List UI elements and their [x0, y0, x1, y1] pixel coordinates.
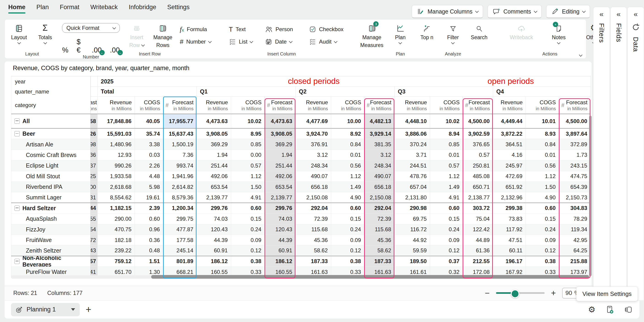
- grid-cell[interactable]: 0.57: [231, 160, 265, 171]
- grid-cell[interactable]: 4.91: [430, 192, 463, 203]
- manage-rows-button[interactable]: Manage Rows: [153, 23, 172, 48]
- grid-cell[interactable]: 8.95: [231, 129, 265, 139]
- header-total-revenue[interactable]: Revenuein Millions: [98, 97, 135, 114]
- data-panel-tab[interactable]: « Data: [627, 7, 644, 300]
- grid-cell[interactable]: 0.24: [430, 224, 463, 235]
- grid-cell[interactable]: 3.12: [364, 150, 394, 160]
- grid-cell[interactable]: 0.12: [231, 245, 265, 256]
- grid-cell[interactable]: 2,131.80: [394, 192, 430, 203]
- comments-button[interactable]: Comments: [488, 5, 542, 18]
- grid-cell[interactable]: 299.76: [197, 203, 231, 214]
- grid-cell[interactable]: 472.69: [493, 171, 526, 182]
- clipped-cell[interactable]: 57: [91, 256, 98, 267]
- grid-cell[interactable]: 73.83: [493, 214, 526, 224]
- grid-cell[interactable]: 0.15: [331, 214, 364, 224]
- grid-cell[interactable]: 8.93: [526, 129, 559, 139]
- clipped-cell[interactable]: 58: [91, 114, 98, 129]
- grid-cell[interactable]: 0.60: [231, 203, 265, 214]
- grid-cell[interactable]: 58.62: [296, 245, 331, 256]
- grid-cell[interactable]: 0.24: [526, 224, 559, 235]
- header-q2-cogs[interactable]: COGSin Millions: [331, 97, 364, 114]
- grid-cell[interactable]: 1.12: [430, 171, 463, 182]
- grid-cell[interactable]: 3,929.14: [364, 129, 394, 139]
- grid-cell[interactable]: 4,473.63: [197, 114, 231, 129]
- grid-cell[interactable]: 212.55: [463, 256, 493, 267]
- grid-cell[interactable]: 59.59: [394, 245, 430, 256]
- grid-cell[interactable]: 45.36: [296, 235, 331, 245]
- grid-cell[interactable]: 1.12: [331, 171, 364, 182]
- filter-button[interactable]: Filter: [444, 23, 462, 44]
- totals-button[interactable]: Σ Totals: [36, 23, 55, 44]
- grid-cell[interactable]: 44.39: [197, 235, 231, 245]
- grid-cell[interactable]: 1.12: [231, 171, 265, 182]
- grid-cell[interactable]: 2.26: [135, 160, 163, 171]
- row-label-artisan-ale[interactable]: Artisan Ale: [11, 139, 91, 150]
- grid-cell[interactable]: 7.36: [163, 150, 197, 160]
- grid-cell[interactable]: 245.97: [493, 160, 526, 171]
- grid-cell[interactable]: 248.34: [364, 160, 394, 171]
- grid-cell[interactable]: 0.57: [463, 150, 493, 160]
- grid-cell[interactable]: 4,477.69: [296, 114, 331, 129]
- grid-cell[interactable]: 304.83: [559, 203, 591, 214]
- grid-cell[interactable]: 1,941.96: [163, 171, 197, 182]
- grid-cell[interactable]: 19.61: [135, 192, 163, 203]
- grid-cell[interactable]: 0.09: [231, 235, 265, 245]
- header-q1-revenue[interactable]: Revenuein Millions: [197, 97, 231, 114]
- grid-cell[interactable]: 1.51: [135, 256, 163, 267]
- row-label-eclipse-light[interactable]: Eclipse Light: [11, 160, 91, 171]
- grid-cell[interactable]: 650.71: [463, 182, 493, 192]
- grid-cell[interactable]: 69.75: [394, 214, 430, 224]
- grid-cell[interactable]: 303.72: [463, 203, 493, 214]
- grid-cell[interactable]: 0.36: [135, 235, 163, 245]
- grid-cell[interactable]: 251.44: [197, 160, 231, 171]
- header-q1-forecast[interactable]: #Forecastin Millions: [265, 97, 296, 114]
- grid-cell[interactable]: 117.92: [493, 224, 526, 235]
- clipped-cell[interactable]: 36: [91, 150, 98, 160]
- grid-cell[interactable]: 490.07: [296, 171, 331, 182]
- grid-cell[interactable]: 0.56: [526, 160, 559, 171]
- header-q4-forecast[interactable]: #Forecastin Millions: [559, 97, 591, 114]
- grid-cell[interactable]: 1.49: [430, 182, 463, 192]
- increase-decimal-button[interactable]: .00→: [110, 46, 120, 54]
- grid-cell[interactable]: 60.91: [197, 245, 231, 256]
- collapse-icon[interactable]: [14, 131, 20, 136]
- grid-cell[interactable]: 1.49: [331, 182, 364, 192]
- grid-cell[interactable]: 651.92: [493, 182, 526, 192]
- row-label-aquasplash[interactable]: AquaSplash: [11, 214, 91, 224]
- grid-cell[interactable]: 2.39: [135, 203, 163, 214]
- header-q2-forecast[interactable]: #Forecastin Millions: [364, 97, 394, 114]
- grid-cell[interactable]: 74.03: [197, 214, 231, 224]
- add-sheet-button[interactable]: +: [86, 304, 92, 315]
- grid-cell[interactable]: 250.81: [463, 160, 493, 171]
- zoom-out-button[interactable]: −: [485, 289, 490, 297]
- header-total-forecast[interactable]: #Forecastin Millions: [163, 97, 197, 114]
- grid-cell[interactable]: 119.34: [559, 224, 591, 235]
- plan-button[interactable]: Plan: [391, 23, 410, 44]
- clipped-cell[interactable]: 43: [91, 245, 98, 256]
- clipped-cell[interactable]: 44: [91, 203, 98, 214]
- header-q3-forecast[interactable]: #Forecastin Millions: [463, 97, 493, 114]
- filters-panel-tab[interactable]: « Filters: [593, 7, 610, 300]
- collapse-icon[interactable]: [14, 206, 20, 211]
- grid-cell[interactable]: 0.38: [526, 256, 559, 267]
- grid-cell[interactable]: 381.35: [364, 139, 394, 150]
- grid-cell[interactable]: 0.01: [331, 150, 364, 160]
- grid-cell[interactable]: 492.06: [265, 171, 296, 182]
- grid-cell[interactable]: 0.60: [135, 214, 163, 224]
- grid-cell[interactable]: 2,138.77: [463, 192, 493, 203]
- grid-cell[interactable]: 485.08: [463, 171, 493, 182]
- grid-cell[interactable]: 44.89: [463, 235, 493, 245]
- grid-cell[interactable]: 3,908.05: [197, 129, 231, 139]
- grid-cell[interactable]: 1.94: [197, 150, 231, 160]
- grid-cell[interactable]: 187.33: [296, 256, 331, 267]
- quarter-header-q2[interactable]: Q2: [296, 87, 394, 97]
- year-dimension-label[interactable]: year: [11, 76, 91, 87]
- row-label-summit-lager[interactable]: Summit Lager: [11, 192, 91, 203]
- grid-cell[interactable]: 490.07: [364, 171, 394, 182]
- grid-cell[interactable]: 0.09: [430, 235, 463, 245]
- formula-column-button[interactable]: fx Formula: [180, 26, 228, 33]
- grid-cell[interactable]: 0.37: [430, 256, 463, 267]
- clipped-cell[interactable]: 72: [91, 235, 98, 245]
- grid-cell[interactable]: 0.60: [430, 203, 463, 214]
- grid-cell[interactable]: 4,500.00: [559, 114, 591, 129]
